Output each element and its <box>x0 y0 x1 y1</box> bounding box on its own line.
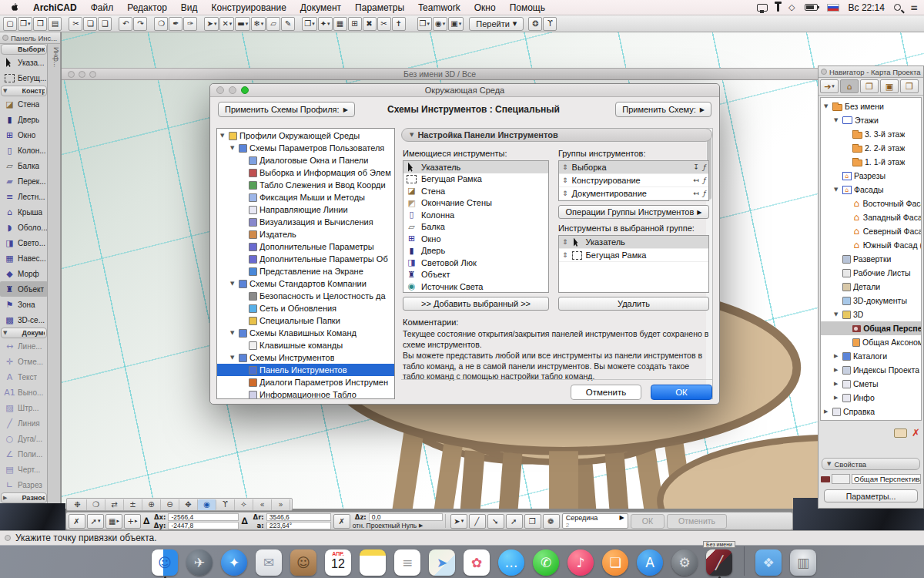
tracker-tool-icon[interactable]: ➚▾ <box>87 514 104 529</box>
tree-item[interactable]: ▶ Инфо <box>821 391 921 405</box>
tree-item[interactable]: ▼ 3D <box>821 307 921 321</box>
in-group-list-item[interactable]: ⇕ Указатель <box>559 236 708 249</box>
disclosure-icon[interactable]: ▼ <box>3 330 7 336</box>
apply-scheme-button[interactable]: Применить Схему:▶ <box>615 102 711 117</box>
toolbar-button-icon[interactable]: ▱ <box>266 17 280 31</box>
dr-input[interactable]: 3546,6 <box>266 513 331 521</box>
toolbox-item[interactable]: ○ Дуга/... <box>0 431 48 446</box>
dock-icon[interactable]: ✦ <box>220 548 248 576</box>
toolbox-item[interactable]: Выборка <box>1 44 47 55</box>
menu-item-teamwork[interactable]: Teamwork <box>411 0 467 15</box>
properties-section-header[interactable]: ▼ Свойства <box>822 458 920 470</box>
view-tool-icon[interactable]: ϒ <box>216 499 235 510</box>
view-tool-icon[interactable]: « <box>253 499 272 510</box>
toolbox-item[interactable]: ≡ Лестн... <box>0 189 48 204</box>
tracker-tool-icon[interactable]: ▦▸ <box>105 514 122 529</box>
sort-handle-icon[interactable]: ⇕ <box>562 163 568 171</box>
toolbox-item[interactable]: ▰ Перек... <box>0 173 48 189</box>
panel-dot-icon[interactable] <box>5 535 11 541</box>
toolbox-item[interactable]: ⚑ Зона <box>0 297 48 312</box>
keyboard-layout-flag-icon[interactable] <box>827 4 839 12</box>
cancel-button[interactable]: Отменить <box>667 514 727 529</box>
toolbar-button-icon[interactable]: ✖ <box>363 17 377 31</box>
snap-tool-icon[interactable]: ❐ <box>524 514 541 529</box>
dock-icon[interactable]: ❏ <box>601 548 629 576</box>
disclosure-icon[interactable]: ▶ <box>824 408 830 415</box>
tool-list-item[interactable]: ⊞ Окно <box>403 233 548 245</box>
view-tool-icon[interactable]: ◉ <box>198 499 216 510</box>
toolbar-button-icon[interactable]: ✒ <box>169 17 182 31</box>
view-tool-icon[interactable]: ⊕ <box>142 499 161 510</box>
disclosure-icon[interactable]: ▼ <box>834 187 840 193</box>
tree-item[interactable]: Фиксация Мыши и Методы <box>217 191 394 203</box>
remove-button[interactable]: Удалить <box>558 297 709 311</box>
menu-clock[interactable]: Вс 22:14 <box>849 2 885 13</box>
toolbar-button-icon[interactable]: ↶ <box>119 17 132 31</box>
fly-out-icon[interactable]: ƒ <box>703 163 705 171</box>
toolbox-item[interactable]: ⌂ Крыша <box>0 204 48 220</box>
notification-center-icon[interactable]: ≡ <box>910 2 918 13</box>
toolbox-item[interactable]: Указа... <box>0 55 48 70</box>
navigator-tab[interactable]: ⌂ <box>840 79 859 93</box>
tree-item[interactable]: Дополнительные Параметры <box>217 240 394 253</box>
cancel-button[interactable]: Отменить <box>571 385 641 400</box>
close-icon[interactable] <box>2 35 8 41</box>
dock-icon[interactable]: ☺ <box>151 548 179 576</box>
dock-icon[interactable] <box>740 548 748 576</box>
toolbar-button-icon[interactable]: ❂ <box>528 17 542 31</box>
tree-item[interactable]: Панель Инструментов <box>217 364 394 376</box>
disclosure-icon[interactable]: ▼ <box>230 281 236 287</box>
group-list-item[interactable]: ⇕ Конструирование ↤ ƒ <box>559 174 708 187</box>
toolbar-button-icon[interactable]: ❏ <box>83 17 97 31</box>
tree-item[interactable]: Разрезы <box>821 169 921 183</box>
view-tool-icon[interactable]: ❍ <box>87 499 105 510</box>
dialog-titlebar[interactable]: Окружающая Среда <box>210 84 719 97</box>
toolbox-header[interactable]: Панель Инс... <box>0 32 60 44</box>
navigator-tab[interactable]: ▣ <box>880 79 899 93</box>
tool-list-item[interactable]: ◉ Источник Света <box>403 281 548 293</box>
toolbar-button-icon[interactable]: ▦ <box>333 17 347 31</box>
tree-item[interactable]: ▶ Индексы Проекта <box>821 363 921 377</box>
snap-tool-icon[interactable]: ➚ <box>506 514 523 529</box>
displays-icon[interactable] <box>757 4 768 12</box>
toolbar-button-icon[interactable]: ✦▾ <box>318 17 333 31</box>
dock-icon[interactable]: ≡ <box>393 548 421 576</box>
dock-icon[interactable]: АПР. 12 <box>324 548 352 576</box>
dock-icon[interactable]: ▥ <box>789 548 817 576</box>
toolbox-item[interactable]: ▨ Штр... <box>0 400 48 415</box>
toolbar-button-icon[interactable]: ▤ <box>48 17 62 31</box>
snap-point-selector[interactable]: Середина▶ 2 <box>562 513 628 529</box>
toolbar-button-icon[interactable]: ✂ <box>69 17 82 31</box>
tree-item[interactable]: Диалоги Параметров Инструмен <box>217 376 394 388</box>
toolbar-button-icon[interactable]: ❐▾ <box>18 17 32 31</box>
sort-handle-icon[interactable]: ⇕ <box>562 190 568 197</box>
tree-item[interactable]: ▶ Каталоги <box>821 349 921 363</box>
view-tool-icon[interactable]: ⇄ <box>105 499 124 510</box>
tree-item[interactable]: Табло Слежения и Ввод Коорди <box>217 179 394 191</box>
toolbar-window-button-icon[interactable]: ▣▾ <box>448 17 464 31</box>
tree-item[interactable]: ▶ Справка <box>821 405 921 418</box>
toolbar-button-icon[interactable]: ❐▾ <box>302 17 316 31</box>
group-operations-button[interactable]: Операции Группы Инструментов▶ <box>558 205 709 219</box>
tree-item[interactable]: Специальные Папки <box>217 314 394 327</box>
toolbox-item[interactable]: Бегущ... <box>0 70 48 86</box>
origin-selector[interactable]: отн. Проектный Нуль <box>353 522 417 529</box>
toolbar-button-icon[interactable]: ❑ <box>98 17 112 31</box>
tool-list-item[interactable]: ◩ Окончание Стены <box>403 197 548 210</box>
ok-button[interactable]: ОК <box>651 385 712 400</box>
view-tool-icon[interactable]: » <box>272 499 290 510</box>
disclosure-icon[interactable]: ▼ <box>834 117 840 123</box>
tool-list-item[interactable]: Бегущая Рамка <box>403 173 548 186</box>
toolbar-button-icon[interactable]: ▬▾ <box>235 17 250 31</box>
toolbox-item[interactable]: ◗ Оболо... <box>0 220 48 235</box>
menu-item-document[interactable]: Документ <box>293 0 348 15</box>
tool-list-item[interactable]: ▮ Дверь <box>403 245 548 257</box>
toolbar-button-icon[interactable]: ↷ <box>133 17 147 31</box>
view-tool-icon[interactable]: ❉ <box>69 499 87 510</box>
tree-item[interactable]: ▼ Схемы Инструментов <box>217 351 394 364</box>
submenu-icon[interactable]: ▶ <box>419 523 423 529</box>
view-id-field[interactable] <box>832 474 850 484</box>
tree-item[interactable]: Развертки <box>821 252 921 266</box>
dock-icon[interactable]: ☺ <box>290 548 317 576</box>
dock-icon[interactable]: ✈ <box>186 548 213 576</box>
